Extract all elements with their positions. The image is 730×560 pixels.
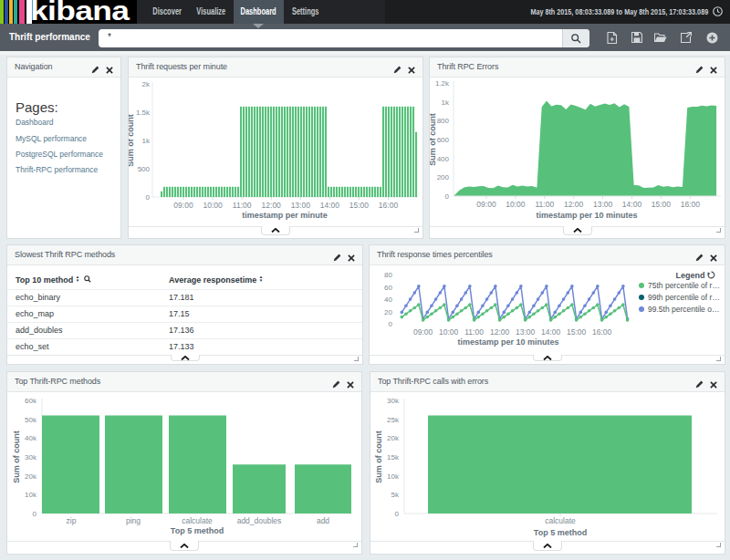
svg-text:14:00: 14:00: [320, 201, 340, 210]
svg-text:09:00: 09:00: [173, 201, 193, 210]
svg-text:1.2k: 1.2k: [435, 79, 450, 88]
svg-text:10:00: 10:00: [439, 327, 459, 337]
svg-text:200: 200: [437, 173, 450, 181]
svg-text:25k: 25k: [387, 416, 400, 424]
svg-text:80: 80: [384, 271, 392, 279]
svg-text:calculate: calculate: [182, 516, 213, 525]
svg-text:16:00: 16:00: [681, 200, 701, 209]
svg-text:11:00: 11:00: [464, 327, 484, 337]
svg-text:12:00: 12:00: [564, 200, 584, 209]
svg-text:Sum of count: Sum of count: [12, 430, 21, 483]
svg-text:40: 40: [384, 296, 392, 304]
svg-text:10:00: 10:00: [506, 200, 526, 209]
svg-text:1k: 1k: [442, 99, 450, 107]
svg-text:0: 0: [445, 192, 450, 201]
svg-text:Sum of count: Sum of count: [430, 113, 437, 166]
svg-text:Top 5 method: Top 5 method: [534, 528, 587, 537]
svg-text:0: 0: [146, 193, 151, 202]
svg-text:Sum of count: Sum of count: [129, 114, 135, 167]
svg-text:timestamp per 10 minutes: timestamp per 10 minutes: [457, 337, 558, 347]
svg-text:1.5k: 1.5k: [136, 109, 151, 117]
svg-text:5k: 5k: [391, 491, 400, 499]
svg-text:30k: 30k: [25, 453, 37, 461]
svg-text:09:00: 09:00: [413, 327, 433, 337]
svg-text:ping: ping: [126, 516, 141, 525]
svg-text:timestamp per 10 minutes: timestamp per 10 minutes: [536, 211, 637, 220]
svg-text:15:00: 15:00: [652, 200, 672, 209]
svg-text:13:00: 13:00: [291, 201, 311, 210]
svg-text:16:00: 16:00: [592, 327, 612, 337]
svg-text:10:00: 10:00: [203, 201, 223, 210]
svg-text:2k: 2k: [142, 80, 151, 88]
svg-text:20k: 20k: [25, 472, 37, 481]
svg-text:add: add: [317, 516, 329, 525]
svg-text:60: 60: [384, 284, 392, 292]
svg-text:14:00: 14:00: [541, 327, 561, 337]
svg-text:800: 800: [437, 117, 450, 125]
svg-text:14:00: 14:00: [622, 200, 642, 209]
svg-text:timestamp per minute: timestamp per minute: [242, 211, 328, 220]
svg-text:12:00: 12:00: [490, 327, 510, 337]
svg-text:20k: 20k: [387, 434, 400, 442]
svg-text:60k: 60k: [25, 397, 37, 405]
svg-text:zip: zip: [67, 516, 77, 525]
svg-text:13:00: 13:00: [593, 200, 613, 209]
svg-text:add_doubles: add_doubles: [237, 516, 282, 525]
svg-text:12:00: 12:00: [262, 201, 282, 210]
svg-text:10k: 10k: [387, 472, 400, 481]
svg-text:30k: 30k: [387, 397, 400, 405]
svg-text:50k: 50k: [25, 416, 37, 424]
svg-text:13:00: 13:00: [516, 327, 536, 337]
svg-text:11:00: 11:00: [535, 200, 554, 209]
svg-text:0: 0: [33, 510, 37, 518]
svg-text:09:00: 09:00: [476, 200, 496, 209]
svg-text:400: 400: [437, 155, 450, 163]
svg-text:40k: 40k: [25, 434, 37, 442]
svg-text:Top 5 method: Top 5 method: [171, 526, 224, 535]
svg-text:15k: 15k: [387, 453, 400, 461]
svg-text:600: 600: [437, 136, 450, 144]
svg-text:calculate: calculate: [545, 516, 576, 525]
svg-text:Sum of count: Sum of count: [374, 430, 383, 483]
svg-text:500: 500: [138, 165, 151, 173]
svg-text:16:00: 16:00: [379, 201, 399, 210]
svg-text:15:00: 15:00: [567, 327, 587, 337]
svg-text:1k: 1k: [142, 137, 151, 145]
svg-text:11:00: 11:00: [233, 201, 252, 210]
svg-text:20: 20: [384, 308, 392, 316]
svg-text:15:00: 15:00: [349, 201, 370, 210]
svg-text:0: 0: [395, 510, 400, 518]
svg-text:0: 0: [389, 320, 393, 328]
svg-text:10k: 10k: [25, 491, 37, 499]
